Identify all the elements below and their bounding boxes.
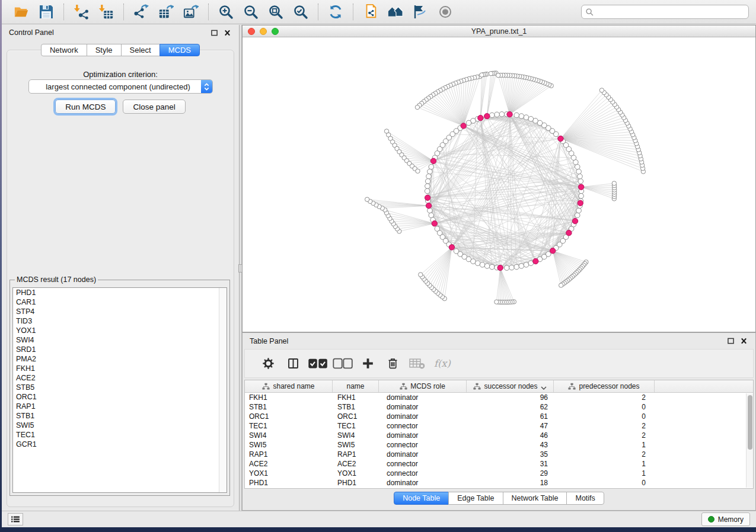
mcds-result-list[interactable]: PHD1CAR1STP4TID3YOX1SWI4SRD1PMA2FKH1ACE2…	[12, 287, 227, 493]
share-document-button[interactable]	[362, 3, 379, 21]
tab-edge-table[interactable]: Edge Table	[448, 492, 503, 505]
float-table-panel-icon[interactable]	[726, 337, 735, 345]
close-table-panel-icon[interactable]	[739, 337, 748, 345]
column-header-label: MCDS role	[410, 382, 445, 390]
column-header-predecessor-nodes[interactable]: predecessor nodes	[554, 380, 655, 392]
mcds-result-item[interactable]: ACE2	[13, 373, 227, 383]
memory-button[interactable]: Memory	[701, 512, 750, 526]
table-scrollbar[interactable]	[746, 393, 753, 488]
table-row[interactable]: YOX1YOX1connector291	[245, 469, 746, 478]
mcds-hub-node[interactable]	[497, 265, 503, 270]
mcds-hub-node[interactable]	[432, 221, 437, 226]
mcds-hub-node[interactable]	[558, 136, 563, 141]
import-table-button[interactable]	[97, 3, 115, 21]
home-network-button[interactable]	[387, 3, 404, 21]
mcds-result-item[interactable]: YOX1	[13, 326, 227, 335]
show-details-eye-button[interactable]	[436, 3, 454, 21]
graphics-flag-button[interactable]	[412, 3, 429, 21]
refresh-layout-button[interactable]	[327, 3, 344, 21]
mcds-result-item[interactable]: CAR1	[13, 297, 227, 307]
mcds-result-item[interactable]: STP4	[13, 307, 227, 316]
deselect-all-checkboxes-icon[interactable]	[330, 355, 355, 373]
mcds-hub-node[interactable]	[478, 115, 483, 120]
table-panel-header: Table Panel	[243, 333, 755, 349]
zoom-selected-button[interactable]	[292, 3, 310, 21]
tab-style[interactable]: Style	[87, 44, 122, 56]
column-header-MCDS-role[interactable]: MCDS role	[379, 380, 467, 392]
table-row[interactable]: STB1STB1dominator620	[245, 402, 746, 412]
open-file-button[interactable]	[12, 3, 30, 21]
select-all-checkboxes-icon[interactable]	[305, 355, 330, 373]
export-image-button[interactable]	[182, 3, 200, 21]
close-mcds-panel-button[interactable]: Close panel	[123, 100, 185, 114]
import-network-button[interactable]	[72, 3, 90, 21]
tab-select[interactable]: Select	[121, 44, 160, 56]
mcds-result-item[interactable]: GCR1	[13, 440, 227, 449]
search-input[interactable]	[596, 6, 745, 18]
column-header-shared-name[interactable]: shared name	[245, 380, 333, 392]
mcds-result-item[interactable]: SRD1	[13, 345, 227, 354]
status-menu-button[interactable]	[8, 513, 23, 525]
column-header-successor-nodes[interactable]: successor nodes	[467, 380, 554, 392]
mcds-hub-node[interactable]	[449, 245, 454, 250]
mcds-hub-node[interactable]	[426, 203, 431, 209]
table-row[interactable]: SWI5SWI5connector431	[245, 440, 746, 450]
mcds-hub-node[interactable]	[430, 158, 436, 164]
table-row[interactable]: ACE2ACE2connector311	[245, 459, 746, 469]
zoom-out-button[interactable]	[242, 3, 260, 21]
mcds-result-item[interactable]: PHD1	[13, 288, 227, 297]
optimization-criterion-select[interactable]: largest connected component (undirected)	[28, 79, 213, 94]
mcds-result-item[interactable]: STB1	[13, 411, 227, 421]
mcds-result-item[interactable]: TEC1	[13, 430, 227, 440]
float-panel-icon[interactable]	[209, 28, 219, 37]
table-scrollbar-thumb[interactable]	[748, 395, 752, 450]
delete-entry-trash-icon[interactable]	[380, 355, 405, 373]
table-row[interactable]: SWI4SWI4dominator462	[245, 431, 746, 440]
mcds-hub-node[interactable]	[425, 195, 430, 200]
table-row[interactable]: ORC1ORC1dominator610	[245, 412, 746, 421]
mcds-result-item[interactable]: SWI5	[13, 421, 227, 430]
column-header-name[interactable]: name	[333, 380, 379, 392]
mcds-hub-node[interactable]	[550, 248, 556, 254]
cell-successor-nodes: 46	[467, 431, 554, 440]
table-row[interactable]: TEC1TEC1connector472	[245, 421, 746, 431]
network-canvas[interactable]	[243, 38, 755, 332]
mcds-hub-node[interactable]	[578, 200, 583, 206]
show-columns-icon[interactable]	[280, 355, 305, 373]
mcds-result-item[interactable]: PMA2	[13, 354, 227, 364]
mcds-hub-node[interactable]	[572, 218, 578, 223]
network-graph[interactable]	[243, 38, 755, 332]
table-row[interactable]: FKH1FKH1dominator962	[245, 393, 746, 402]
table-row[interactable]: RAP1RAP1dominator352	[245, 450, 746, 459]
mcds-result-item[interactable]: FKH1	[13, 364, 227, 373]
mcds-hub-node[interactable]	[578, 184, 583, 190]
table-row[interactable]: PHD1PHD1dominator180	[245, 478, 746, 488]
run-mcds-button[interactable]: Run MCDS	[55, 100, 116, 114]
save-session-button[interactable]	[37, 3, 55, 21]
result-list-scrollbar[interactable]	[219, 288, 227, 492]
mcds-hub-node[interactable]	[461, 123, 466, 129]
mcds-result-item[interactable]: ORC1	[13, 392, 227, 402]
tab-motifs[interactable]: Motifs	[566, 492, 604, 505]
mcds-hub-node[interactable]	[507, 111, 512, 117]
mcds-hub-node[interactable]	[566, 230, 572, 235]
export-table-button[interactable]	[157, 3, 175, 21]
close-panel-icon[interactable]	[222, 28, 232, 37]
mcds-hub-node[interactable]	[533, 258, 538, 264]
node-table: shared namenameMCDS rolesuccessor nodesp…	[244, 380, 754, 489]
cell-successor-nodes: 18	[467, 478, 554, 488]
mcds-result-item[interactable]: SWI4	[13, 335, 227, 345]
mcds-result-item[interactable]: STB5	[13, 383, 227, 392]
mcds-result-item[interactable]: RAP1	[13, 402, 227, 411]
add-entry-icon[interactable]	[355, 355, 380, 373]
tab-mcds[interactable]: MCDS	[160, 44, 200, 56]
tab-network[interactable]: Network	[41, 44, 87, 56]
tab-network-table[interactable]: Network Table	[503, 492, 567, 505]
export-network-button[interactable]	[132, 3, 150, 21]
mcds-result-item[interactable]: TID3	[13, 316, 227, 326]
tab-node-table[interactable]: Node Table	[394, 492, 449, 505]
table-settings-gear-icon[interactable]	[256, 355, 280, 373]
zoom-fit-button[interactable]	[267, 3, 285, 21]
zoom-in-button[interactable]	[217, 3, 235, 21]
mcds-hub-node[interactable]	[484, 113, 490, 118]
